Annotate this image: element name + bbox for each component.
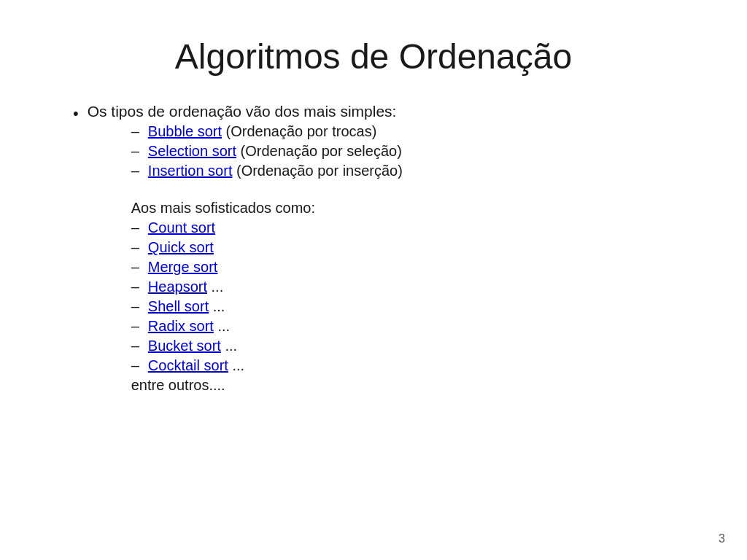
sub-item-bubble-text: Bubble sort (Ordenação por trocas) <box>148 123 377 140</box>
insertion-sort-rest: (Ordenação por inserção) <box>232 163 402 179</box>
bullet-dot-1: • <box>73 104 79 123</box>
dash-11: – <box>131 357 139 374</box>
sub-item-merge: – Merge sort <box>131 259 403 276</box>
sub-item-count: – Count sort <box>131 219 403 236</box>
sub-item-selection-text: Selection sort (Ordenação por seleção) <box>148 143 402 160</box>
radix-sort-link[interactable]: Radix sort <box>148 318 214 334</box>
sub-item-shell-text: Shell sort ... <box>148 298 225 315</box>
merge-sort-link[interactable]: Merge sort <box>148 259 218 275</box>
shell-sort-link[interactable]: Shell sort <box>148 298 209 314</box>
page-number: 3 <box>719 532 725 545</box>
outro-text: entre outros.... <box>131 377 403 394</box>
sub-item-selection: – Selection sort (Ordenação por seleção) <box>131 143 403 160</box>
sub-item-cocktail-text: Cocktail sort ... <box>148 357 244 374</box>
dash-3: – <box>131 163 139 179</box>
sub-item-radix: – Radix sort ... <box>131 318 403 335</box>
count-sort-link[interactable]: Count sort <box>148 219 215 236</box>
sub-item-count-text: Count sort <box>148 219 215 236</box>
sub-item-quick-text: Quick sort <box>148 239 214 256</box>
dash-1: – <box>131 123 139 140</box>
sub-list-1: – Bubble sort (Ordenação por trocas) – S… <box>131 123 403 179</box>
sub-item-insertion-text: Insertion sort (Ordenação por inserção) <box>148 163 403 179</box>
bucket-sort-rest: ... <box>221 338 237 354</box>
more-text: Aos mais sofisticados como: <box>131 200 403 217</box>
bullet-item-1: • Os tipos de ordenação vão dos mais sim… <box>73 103 689 394</box>
sub-item-bucket: – Bucket sort ... <box>131 338 403 354</box>
bucket-sort-link[interactable]: Bucket sort <box>148 338 221 354</box>
dash-9: – <box>131 318 139 335</box>
bubble-sort-rest: (Ordenação por trocas) <box>222 123 376 139</box>
insertion-sort-link[interactable]: Insertion sort <box>148 163 233 179</box>
sub-item-cocktail: – Cocktail sort ... <box>131 357 403 374</box>
slide: Algoritmos de Ordenação • Os tipos de or… <box>0 0 747 560</box>
radix-sort-rest: ... <box>214 318 230 334</box>
heapsort-link[interactable]: Heapsort <box>148 279 207 295</box>
sub-item-radix-text: Radix sort ... <box>148 318 230 335</box>
cocktail-sort-link[interactable]: Cocktail sort <box>148 357 228 373</box>
content-area: • Os tipos de ordenação vão dos mais sim… <box>58 103 689 394</box>
dash-6: – <box>131 259 139 276</box>
sub-item-merge-text: Merge sort <box>148 259 218 276</box>
dash-5: – <box>131 239 139 256</box>
quick-sort-link[interactable]: Quick sort <box>148 239 214 255</box>
dash-10: – <box>131 338 139 354</box>
heapsort-rest: ... <box>207 279 223 295</box>
selection-sort-rest: (Ordenação por seleção) <box>236 143 402 159</box>
sub-item-heap: – Heapsort ... <box>131 279 403 295</box>
dash-2: – <box>131 143 139 160</box>
sub-item-bucket-text: Bucket sort ... <box>148 338 237 354</box>
sub-item-quick: – Quick sort <box>131 239 403 256</box>
sub-list-2: – Count sort – Quick sort – <box>131 219 403 374</box>
dash-8: – <box>131 298 139 315</box>
shell-sort-rest: ... <box>209 298 225 314</box>
bullet-1-text: Os tipos de ordenação vão dos mais simpl… <box>88 103 397 120</box>
slide-title: Algoritmos de Ordenação <box>58 36 689 77</box>
bubble-sort-link[interactable]: Bubble sort <box>148 123 222 139</box>
dash-7: – <box>131 279 139 295</box>
sub-item-insertion: – Insertion sort (Ordenação por inserção… <box>131 163 403 179</box>
bullet-1-content: Os tipos de ordenação vão dos mais simpl… <box>88 103 403 394</box>
cocktail-sort-rest: ... <box>228 357 244 373</box>
sub-item-heap-text: Heapsort ... <box>148 279 223 295</box>
sub-item-shell: – Shell sort ... <box>131 298 403 315</box>
dash-4: – <box>131 219 139 236</box>
selection-sort-link[interactable]: Selection sort <box>148 143 236 159</box>
sub-item-bubble: – Bubble sort (Ordenação por trocas) <box>131 123 403 140</box>
